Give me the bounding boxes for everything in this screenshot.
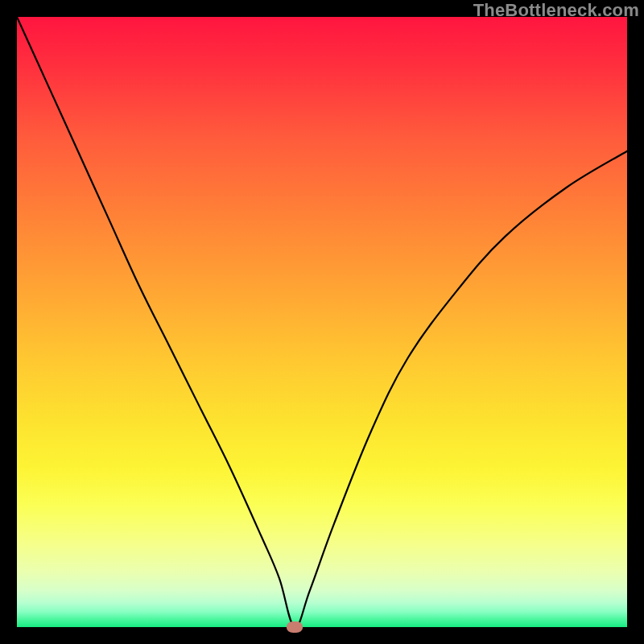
bottleneck-curve [0,0,644,644]
optimal-marker [287,621,303,633]
watermark-text: TheBottleneck.com [473,0,639,21]
